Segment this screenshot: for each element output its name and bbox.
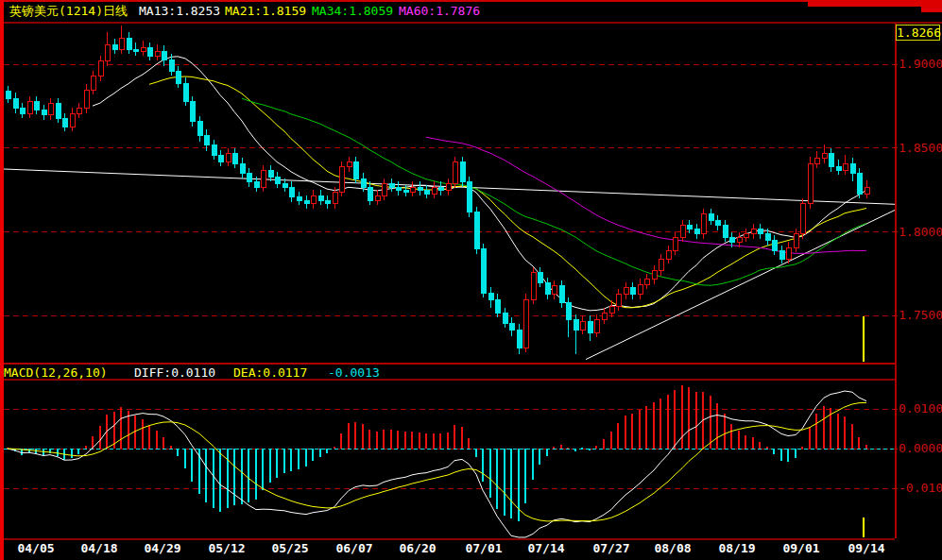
date-label: 07/14: [527, 541, 564, 555]
date-label: 05/12: [208, 541, 245, 555]
price-axis-label: 1.8500: [899, 141, 942, 155]
date-label: 05/25: [271, 541, 308, 555]
price-axis-label: 1.9000: [899, 57, 942, 71]
date-label: 09/01: [782, 541, 819, 555]
price-axis-label: 1.7500: [899, 308, 942, 322]
chart-canvas[interactable]: [0, 0, 942, 560]
date-label: 06/20: [399, 541, 436, 555]
price-axis-label: 1.8000: [899, 225, 942, 239]
date-label: 04/29: [144, 541, 180, 555]
date-label: 07/27: [592, 541, 629, 555]
date-label: 06/07: [335, 541, 372, 555]
date-label: 07/01: [465, 541, 502, 555]
date-label: 04/05: [17, 541, 54, 555]
date-label: 04/18: [80, 541, 117, 555]
date-label: 08/19: [718, 541, 755, 555]
macd-axis-label: 0.0100: [899, 401, 942, 416]
macd-axis-label: 0.0000: [899, 441, 942, 455]
latest-price-box: 1.8266: [896, 25, 940, 41]
date-label: 08/08: [654, 541, 691, 555]
macd-axis-label: -0.0100: [899, 481, 942, 495]
date-label: 09/14: [848, 541, 884, 555]
